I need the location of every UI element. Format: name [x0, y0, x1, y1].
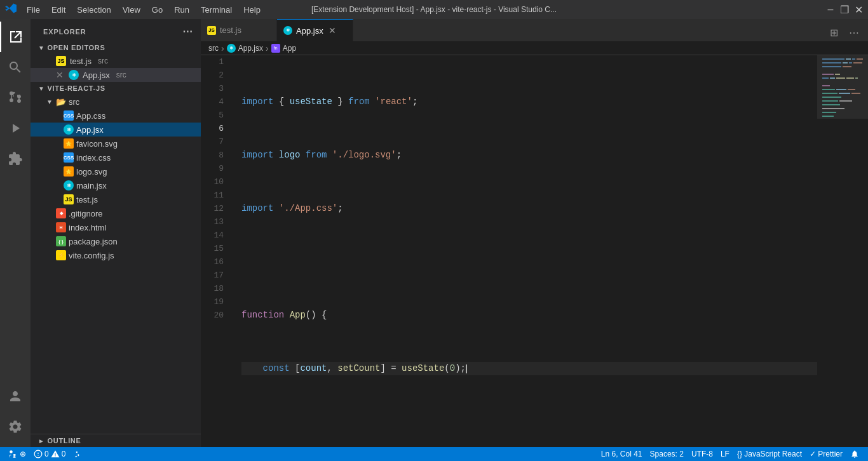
language-label: {} JavaScript React	[737, 450, 802, 458]
status-remote[interactable]: ⊕	[5, 447, 30, 461]
menu-go[interactable]: Go	[147, 4, 168, 16]
file-label: favicon.svg	[76, 139, 118, 149]
json-icon: { }	[56, 236, 66, 246]
status-prettier[interactable]: ✓ Prettier	[806, 447, 846, 461]
file-path-label-jsx: src	[116, 70, 126, 79]
file-logo-svg[interactable]: ⭐ logo.svg	[31, 164, 201, 178]
more-actions-button[interactable]: ⋯	[845, 23, 863, 41]
close-file-icon[interactable]: ✕	[56, 70, 64, 80]
line-num-10: 10	[201, 175, 224, 189]
file-no-arrow	[53, 168, 61, 175]
code-line-2: import logo from './logo.svg';	[241, 149, 817, 162]
minimize-button[interactable]: –	[826, 5, 835, 14]
file-no-arrow	[46, 210, 53, 217]
code-line-6: const [count, setCount] = useState(0);	[241, 362, 817, 375]
tab-bar: JS test.js ⚛ App.jsx ✕ ⊞ ⋯	[201, 19, 868, 41]
outline-section: ► OUTLINE	[31, 434, 201, 447]
title-bar-right: – ❐ ✕	[826, 5, 863, 14]
menu-run[interactable]: Run	[169, 4, 194, 16]
file-label: index.html	[69, 223, 106, 232]
breadcrumb-app[interactable]: App	[283, 44, 296, 53]
menu-terminal[interactable]: Terminal	[196, 4, 237, 16]
file-main-jsx[interactable]: ⚛ main.jsx	[31, 178, 201, 192]
file-favicon-svg[interactable]: ⭐ favicon.svg	[31, 137, 201, 150]
svg-rect-32	[817, 55, 868, 119]
breadcrumb-src[interactable]: src	[208, 44, 219, 53]
breadcrumb-appjsx[interactable]: App.jsx	[238, 44, 263, 53]
status-notifications[interactable]	[846, 447, 863, 461]
restore-button[interactable]: ❐	[840, 5, 849, 14]
file-vite-config[interactable]: ⚡ vite.config.js	[31, 248, 201, 262]
code-line-3: import './App.css';	[241, 202, 817, 215]
line-num-14: 14	[201, 229, 224, 242]
settings-activity-icon[interactable]	[0, 411, 31, 442]
sidebar-more-icon[interactable]: ⋯	[182, 25, 193, 37]
status-line-ending[interactable]: LF	[717, 447, 733, 461]
line-num-13: 13	[201, 215, 224, 229]
css-icon2: CSS	[64, 152, 74, 163]
menu-selection[interactable]: Selection	[72, 4, 116, 16]
line-num-12: 12	[201, 202, 224, 215]
file-index-html[interactable]: H index.html	[31, 220, 201, 234]
line-num-3: 3	[201, 82, 224, 95]
menu-help[interactable]: Help	[238, 4, 266, 16]
outline-header[interactable]: ► OUTLINE	[31, 434, 201, 447]
file-gitignore[interactable]: ◆ .gitignore	[31, 206, 201, 220]
main-layout: EXPLORER ⋯ ▼ OPEN EDITORS JS test.js src…	[0, 19, 868, 447]
status-position[interactable]: Ln 6, Col 41	[597, 447, 646, 461]
source-control-activity-icon[interactable]	[0, 83, 31, 113]
code-editor[interactable]: 1 2 3 4 5 6 7 8 9 10 11 12 13 14 15 16 1…	[201, 55, 868, 447]
open-editor-test-js[interactable]: JS test.js src	[31, 54, 201, 68]
open-editors-section: ▼ OPEN EDITORS JS test.js src ✕ ⚛ App.js…	[31, 41, 201, 82]
file-no-arrow	[53, 196, 61, 203]
menu-view[interactable]: View	[118, 4, 146, 16]
file-package-json[interactable]: { } package.json	[31, 234, 201, 248]
status-errors[interactable]: 0 0	[30, 447, 69, 461]
file-label: App.css	[76, 111, 105, 121]
src-folder[interactable]: ▼ 📂 src	[31, 95, 201, 109]
project-section-header[interactable]: ▼ VITE-REACT-JS	[31, 82, 201, 95]
tab-app-jsx[interactable]: ⚛ App.jsx ✕	[277, 19, 353, 41]
search-activity-icon[interactable]	[0, 52, 31, 83]
src-arrow: ▼	[46, 98, 53, 105]
split-editor-button[interactable]: ⊞	[825, 23, 843, 41]
status-encoding[interactable]: UTF-8	[688, 447, 717, 461]
outline-label: OUTLINE	[48, 437, 81, 444]
file-index-css[interactable]: CSS index.css	[31, 150, 201, 164]
status-language[interactable]: {} JavaScript React	[733, 447, 806, 461]
open-editor-app-jsx[interactable]: ✕ ⚛ App.jsx src	[31, 68, 201, 82]
file-app-jsx[interactable]: ⚛ App.jsx	[31, 123, 201, 137]
breadcrumb-jsx-icon: ⚛	[227, 44, 236, 53]
explorer-activity-icon[interactable]	[0, 22, 31, 52]
file-test-js[interactable]: JS test.js	[31, 192, 201, 206]
account-activity-icon[interactable]	[0, 381, 31, 411]
breadcrumb: src › ⚛ App.jsx › fn App	[201, 41, 868, 55]
file-label: main.jsx	[76, 181, 107, 190]
menu-file[interactable]: File	[22, 4, 45, 16]
run-debug-activity-icon[interactable]	[0, 113, 31, 144]
editor-area: JS test.js ⚛ App.jsx ✕ ⊞ ⋯ src › ⚛ App.j…	[201, 19, 868, 447]
html-icon: H	[56, 222, 66, 232]
extensions-activity-icon[interactable]	[0, 144, 31, 174]
sidebar-header-icons: ⋯	[182, 25, 193, 37]
file-label: .gitignore	[69, 209, 102, 218]
line-num-8: 8	[201, 149, 224, 162]
file-no-arrow	[53, 154, 61, 161]
status-spaces[interactable]: Spaces: 2	[646, 447, 688, 461]
status-git[interactable]	[69, 447, 86, 461]
tab-jsx-icon: ⚛	[283, 26, 292, 35]
line-num-18: 18	[201, 282, 224, 295]
jsx-file-icon: ⚛	[69, 70, 79, 80]
menu-edit[interactable]: Edit	[46, 4, 71, 16]
tab-close-button[interactable]: ✕	[329, 25, 336, 36]
open-editors-header[interactable]: ▼ OPEN EDITORS	[31, 41, 201, 54]
file-no-arrow	[53, 112, 61, 119]
tab-test-js[interactable]: JS test.js	[201, 19, 277, 41]
tab-filename-jsx: App.jsx	[296, 26, 323, 36]
close-button[interactable]: ✕	[854, 5, 863, 14]
file-label: package.json	[69, 237, 118, 246]
tab-filename: test.js	[220, 25, 241, 35]
file-app-css[interactable]: CSS App.css	[31, 109, 201, 123]
code-content[interactable]: import { useState } from 'react'; import…	[231, 55, 817, 447]
src-folder-icon: 📂	[56, 97, 66, 107]
